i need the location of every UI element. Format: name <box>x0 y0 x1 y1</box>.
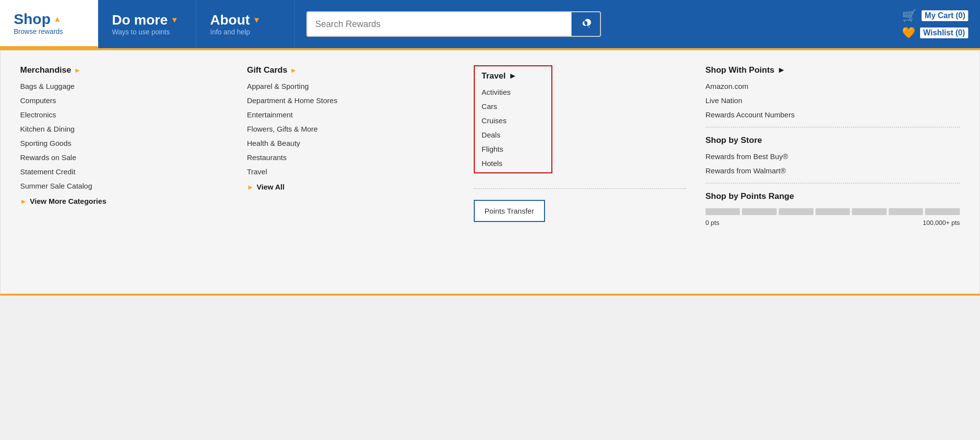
shop-with-points-arrow-icon: ► <box>777 65 786 75</box>
cart-label: My Cart (0) <box>922 10 968 21</box>
travel-item-cruises[interactable]: Cruises <box>482 116 544 125</box>
gc-item-apparel[interactable]: Apparel & Sporting <box>247 82 459 90</box>
range-max-label: 100,000+ pts <box>923 219 960 226</box>
cart-section: 🛒 My Cart (0) 🧡 Wishlist (0) <box>890 0 980 48</box>
domore-arrow-icon: ▼ <box>171 16 179 25</box>
search-section <box>295 0 890 48</box>
giftcards-arrow-icon: ► <box>290 66 297 74</box>
shop-arrow-icon: ▲ <box>54 15 61 24</box>
search-input[interactable] <box>307 19 572 29</box>
giftcards-column: Gift Cards ► Apparel & Sporting Departme… <box>247 65 474 279</box>
travel-column: Travel ► Activities Cars Cruises Deals F… <box>474 65 701 279</box>
merch-item-statement-credit[interactable]: Statement Credit <box>20 167 232 176</box>
travel-item-hotels[interactable]: Hotels <box>482 159 544 167</box>
my-cart[interactable]: 🛒 My Cart (0) <box>902 9 968 23</box>
travel-heading-label: Travel <box>482 71 506 81</box>
merchandise-arrow-icon: ► <box>74 66 81 74</box>
merch-item-electronics[interactable]: Electronics <box>20 110 232 119</box>
points-transfer-button[interactable]: Points Transfer <box>474 200 545 222</box>
view-more-icon: ► <box>20 197 27 205</box>
about-subtitle: Info and help <box>210 28 250 36</box>
shop-label: Shop <box>14 11 51 28</box>
cart-icon: 🛒 <box>902 9 917 23</box>
gc-item-flowers[interactable]: Flowers, Gifts & More <box>247 125 459 133</box>
merch-item-computers[interactable]: Computers <box>20 96 232 105</box>
range-bar-3[interactable] <box>779 208 814 215</box>
shop-subtitle: Browse rewards <box>14 28 63 35</box>
gc-item-entertainment[interactable]: Entertainment <box>247 110 459 119</box>
shop-with-points-column: Shop With Points ► Amazon.com Live Natio… <box>701 65 960 279</box>
merch-item-bags[interactable]: Bags & Luggage <box>20 82 232 90</box>
shop-with-points-label: Shop With Points <box>706 65 775 75</box>
merch-item-summer-sale[interactable]: Summer Sale Catalog <box>20 182 232 190</box>
domore-label: Do more <box>112 12 168 28</box>
nav-shop[interactable]: Shop ▲ Browse rewards <box>0 0 98 48</box>
travel-item-deals[interactable]: Deals <box>482 131 544 139</box>
search-icon <box>580 19 591 29</box>
gc-item-health[interactable]: Health & Beauty <box>247 139 459 147</box>
merch-item-rewards-sale[interactable]: Rewards on Sale <box>20 153 232 162</box>
swp-divider2 <box>706 183 960 184</box>
about-title: About ▼ <box>210 12 261 28</box>
range-bar-5[interactable] <box>852 208 887 215</box>
giftcards-heading-label: Gift Cards <box>247 65 287 75</box>
swp-livenation[interactable]: Live Nation <box>706 96 960 105</box>
shop-with-points-heading: Shop With Points ► <box>706 65 960 75</box>
travel-heading: Travel ► <box>482 71 544 81</box>
header: Shop ▲ Browse rewards Do more ▼ Ways to … <box>0 0 980 50</box>
range-min-label: 0 pts <box>706 219 719 226</box>
gc-item-department[interactable]: Department & Home Stores <box>247 96 459 105</box>
swp-divider1 <box>706 127 960 128</box>
view-more-label: View More Categories <box>30 197 107 205</box>
merch-item-kitchen[interactable]: Kitchen & Dining <box>20 125 232 133</box>
travel-box: Travel ► Activities Cars Cruises Deals F… <box>474 65 552 173</box>
shop-by-store-label: Shop by Store <box>706 136 762 145</box>
swp-amazon[interactable]: Amazon.com <box>706 82 960 90</box>
range-bar-2[interactable] <box>742 208 777 215</box>
shop-by-points-range-heading: Shop by Points Range <box>706 192 960 201</box>
travel-item-activities[interactable]: Activities <box>482 88 544 96</box>
view-more-categories[interactable]: ► View More Categories <box>20 197 232 205</box>
shop-by-points-range-label: Shop by Points Range <box>706 192 794 201</box>
store-bestbuy[interactable]: Rewards from Best Buy® <box>706 152 960 161</box>
range-bar-7[interactable] <box>925 208 960 215</box>
range-bar-4[interactable] <box>816 208 850 215</box>
wishlist-label: Wishlist (0) <box>920 28 968 38</box>
store-walmart[interactable]: Rewards from Walmart® <box>706 166 960 175</box>
view-all-icon: ► <box>247 183 254 191</box>
points-transfer-label: Points Transfer <box>485 207 534 215</box>
merchandise-column: Merchandise ► Bags & Luggage Computers E… <box>20 65 247 279</box>
search-button[interactable] <box>572 12 600 36</box>
range-labels: 0 pts 100,000+ pts <box>706 219 960 226</box>
search-box <box>306 11 601 37</box>
merchandise-heading: Merchandise ► <box>20 65 232 75</box>
range-bars[interactable] <box>706 208 960 215</box>
range-bar-1[interactable] <box>706 208 740 215</box>
wishlist[interactable]: 🧡 Wishlist (0) <box>902 27 968 39</box>
travel-item-cars[interactable]: Cars <box>482 102 544 110</box>
nav-about[interactable]: About ▼ Info and help <box>196 0 295 48</box>
travel-item-flights[interactable]: Flights <box>482 145 544 153</box>
points-range: 0 pts 100,000+ pts <box>706 208 960 226</box>
dropdown-panel: Merchandise ► Bags & Luggage Computers E… <box>0 50 980 296</box>
about-label: About <box>210 12 250 28</box>
shop-title: Shop ▲ <box>14 11 61 28</box>
view-all-giftcards[interactable]: ► View All <box>247 183 459 191</box>
merchandise-heading-label: Merchandise <box>20 65 71 75</box>
domore-subtitle: Ways to use points <box>112 28 170 36</box>
merch-item-sporting[interactable]: Sporting Goods <box>20 139 232 147</box>
shop-by-store-heading: Shop by Store <box>706 136 960 145</box>
giftcards-heading: Gift Cards ► <box>247 65 459 75</box>
about-arrow-icon: ▼ <box>253 16 261 25</box>
domore-title: Do more ▼ <box>112 12 178 28</box>
view-all-label: View All <box>257 183 285 191</box>
travel-divider <box>474 188 686 189</box>
wishlist-icon: 🧡 <box>902 27 915 39</box>
swp-account-numbers[interactable]: Rewards Account Numbers <box>706 110 960 119</box>
nav-domore[interactable]: Do more ▼ Ways to use points <box>98 0 196 48</box>
travel-arrow-icon: ► <box>509 71 517 81</box>
gc-item-travel[interactable]: Travel <box>247 167 459 176</box>
range-bar-6[interactable] <box>889 208 924 215</box>
gc-item-restaurants[interactable]: Restaurants <box>247 153 459 162</box>
